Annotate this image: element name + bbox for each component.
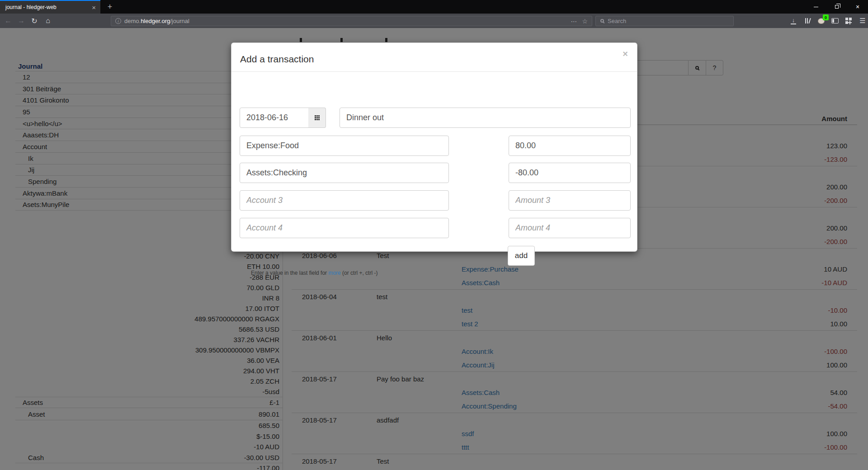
url-text: demo.hledger.org/journal [124, 18, 567, 24]
account-input-2[interactable] [240, 163, 449, 183]
page-content: Journal 12 301 Beiträge 4101 Girokonto 9… [0, 28, 868, 470]
amount-input-3[interactable] [509, 190, 631, 211]
menu-button[interactable]: ☰ [857, 14, 868, 28]
url-path: /journal [170, 18, 189, 24]
restore-icon [835, 5, 839, 9]
bookmark-star-icon[interactable]: ☆ [581, 18, 592, 25]
close-window-button[interactable]: × [847, 0, 868, 14]
account-input-1[interactable] [240, 136, 449, 156]
library-button[interactable] [802, 14, 813, 28]
extension-badge: 0 [823, 14, 829, 20]
new-tab-button[interactable]: + [103, 0, 117, 14]
tab-title: journal - hledger-web [0, 4, 87, 10]
browser-tab[interactable]: journal - hledger-web × [0, 0, 100, 14]
add-button[interactable]: add [508, 246, 535, 266]
reload-button[interactable]: ↻ [28, 14, 41, 28]
modal-close-icon[interactable]: × [623, 49, 628, 58]
downloads-button[interactable]: ↓ [788, 14, 799, 28]
back-button[interactable]: ← [1, 14, 15, 28]
search-icon [600, 19, 604, 23]
add-transaction-modal: Add a transaction × add Enter a value in… [231, 42, 637, 252]
browser-search-input[interactable] [608, 18, 707, 24]
amount-input-4[interactable] [509, 218, 631, 238]
form-hint: Enter a value in the last field for more… [251, 270, 377, 276]
forward-button[interactable]: → [14, 14, 28, 28]
modal-header: Add a transaction × [231, 43, 637, 72]
more-link[interactable]: more [328, 270, 340, 276]
amount-input-2[interactable] [509, 163, 631, 183]
date-input[interactable] [240, 108, 309, 128]
navigation-toolbar: ← → ↻ ⌂ i demo.hledger.org/journal ⋯ ☆ ↓… [0, 14, 868, 28]
download-icon: ↓ [791, 17, 796, 24]
page-actions-icon[interactable]: ⋯ [567, 18, 581, 25]
browser-chrome: journal - hledger-web × + × ← → ↻ ⌂ i de… [0, 0, 868, 28]
calendar-grid-icon [315, 115, 316, 117]
amount-input-1[interactable] [509, 136, 631, 156]
modal-title: Add a transaction [240, 54, 314, 65]
url-domain: hledger.org [141, 18, 170, 24]
account-input-4[interactable] [240, 218, 449, 238]
tab-close-icon[interactable]: × [87, 4, 100, 11]
library-icon [804, 18, 811, 24]
browser-search-bar[interactable] [595, 16, 734, 26]
minimize-icon [814, 7, 818, 7]
account-input-3[interactable] [240, 190, 449, 211]
tab-bar: journal - hledger-web × + × [0, 0, 868, 14]
restore-button[interactable] [826, 0, 847, 14]
url-bar[interactable]: i demo.hledger.org/journal ⋯ ☆ [111, 16, 592, 26]
site-info-icon[interactable]: i [115, 18, 121, 24]
pocket-grid-button[interactable] [843, 14, 854, 28]
sidebars-button[interactable] [829, 14, 841, 28]
grid-plus-icon [845, 18, 852, 24]
date-picker-button[interactable] [308, 108, 326, 128]
url-prefix: demo. [124, 18, 141, 24]
description-input[interactable] [340, 108, 631, 128]
minimize-button[interactable] [806, 0, 826, 14]
home-button[interactable]: ⌂ [41, 14, 55, 28]
sidebar-panel-icon [831, 18, 839, 24]
modal-body: add Enter a value in the last field for … [231, 72, 637, 252]
window-controls: × [806, 0, 868, 14]
